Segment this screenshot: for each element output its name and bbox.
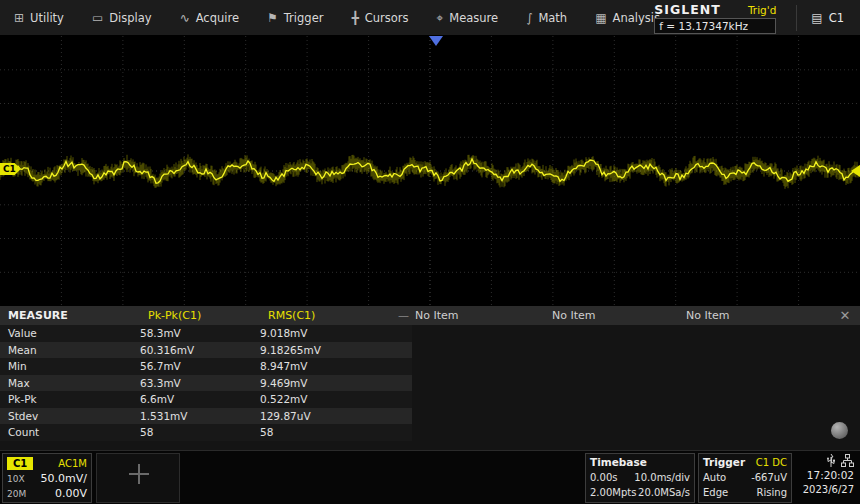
probe-label: 10X (7, 474, 25, 484)
bottombar: C1 AC1M 10X 50.0mV/ 20M 0.00V Timebase 0… (0, 450, 860, 504)
menu-item-cursors[interactable]: ╋ Cursors (337, 0, 422, 36)
bandwidth-label: 20M (7, 489, 26, 499)
measure-title: MEASURE (8, 306, 68, 325)
clock-date: 2023/6/27 (796, 483, 854, 497)
channel1-trace (0, 36, 860, 306)
timebase-scale: 10.0ms/div (634, 470, 690, 485)
trigger-slope: Rising (757, 485, 787, 500)
stat-value: 58.3mV (140, 325, 260, 342)
measure-column-empty-3[interactable]: No Item (686, 306, 730, 325)
menu-item-label: Trigger (284, 11, 324, 25)
trigger-flag-icon: ⚑ (267, 12, 278, 24)
stat-label: Value (0, 325, 140, 342)
measure-column-empty-2[interactable]: No Item (552, 306, 596, 325)
brand-block: SIGLENT Trig'd f = 13.17347kHz (654, 2, 776, 34)
menu-item-utility[interactable]: ⊞ Utility (0, 0, 78, 36)
menu-item-acquire[interactable]: ∿ Acquire (166, 0, 253, 36)
memory-depth: 2.00Mpts (590, 485, 636, 500)
timebase-delay: 0.00s (590, 470, 617, 485)
clock-time: 17:20:02 (796, 467, 854, 483)
menubar-right: SIGLENT Trig'd f = 13.17347kHz ▤ C1 (654, 0, 860, 36)
table-row: Min 56.7mV 8.947mV (0, 358, 412, 375)
stat-value: 9.18265mV (260, 342, 410, 359)
frequency-counter: f = 13.17347kHz (654, 18, 776, 34)
stat-label: Pk-Pk (0, 391, 140, 408)
waveform-display[interactable]: C1 (0, 36, 860, 306)
measure-header: MEASURE Pk-Pk(C1) RMS(C1) — No Item No I… (0, 306, 860, 325)
menu-item-label: Utility (30, 11, 64, 25)
menu-item-label: Cursors (365, 11, 409, 25)
plus-icon (129, 464, 149, 484)
measure-column-rms[interactable]: RMS(C1) (268, 306, 315, 325)
stat-value: 63.3mV (140, 375, 260, 392)
measure-column-pkpk[interactable]: Pk-Pk(C1) (148, 306, 201, 325)
trigger-status-badge: Trig'd (748, 4, 776, 16)
stat-value: 8.947mV (260, 358, 410, 375)
brand-logo: SIGLENT (654, 2, 720, 17)
table-row: Stdev 1.531mV 129.87uV (0, 408, 412, 425)
dash-icon: — (398, 306, 409, 325)
menubar: ⊞ Utility ▭ Display ∿ Acquire ⚑ Trigger … (0, 0, 860, 36)
stat-label: Max (0, 375, 140, 392)
measure-column-empty-1[interactable]: — No Item (398, 306, 459, 325)
system-status: 17:20:02 2023/6/27 (796, 453, 858, 503)
stat-value: 58 (140, 424, 260, 441)
stat-value: 58 (260, 424, 410, 441)
stat-value: 6.6mV (140, 391, 260, 408)
cursors-icon: ╋ (351, 12, 358, 24)
stat-label: Count (0, 424, 140, 441)
trigger-source: C1 DC (756, 455, 787, 470)
menu-item-label: Math (538, 11, 567, 25)
menu-item-label: Measure (449, 11, 498, 25)
sample-rate: 20.0MSa/s (638, 485, 690, 500)
menu-item-display[interactable]: ▭ Display (78, 0, 166, 36)
menu-item-label: Acquire (196, 11, 239, 25)
usb-icon (826, 454, 836, 467)
trigger-level-marker[interactable] (851, 165, 860, 177)
stat-value: 9.469mV (260, 375, 410, 392)
menu-item-label: Analysis (613, 11, 660, 25)
assistive-ball[interactable] (831, 422, 848, 439)
stat-label: Stdev (0, 408, 140, 425)
stat-value: 129.87uV (260, 408, 410, 425)
no-item-label: No Item (552, 306, 596, 325)
menu-item-label: Display (109, 11, 151, 25)
channel-list-icon: ▤ (811, 11, 822, 25)
network-icon (841, 454, 854, 467)
measure-table: Value 58.3mV 9.018mV Mean 60.316mV 9.182… (0, 325, 412, 441)
vertical-offset: 0.00V (55, 487, 87, 500)
stat-value: 9.018mV (260, 325, 410, 342)
stat-value: 60.316mV (140, 342, 260, 359)
utility-icon: ⊞ (14, 12, 24, 24)
close-measure-button[interactable]: ✕ (836, 306, 854, 325)
timebase-box[interactable]: Timebase 0.00s 10.0ms/div 2.00Mpts 20.0M… (585, 453, 695, 503)
menu-item-measure[interactable]: ⌖ Measure (422, 0, 512, 36)
trigger-box[interactable]: Trigger C1 DC Auto -667uV Edge Rising (698, 453, 792, 503)
menu-item-trigger[interactable]: ⚑ Trigger (253, 0, 337, 36)
coupling-label: AC1M (58, 458, 87, 469)
stat-label: Min (0, 358, 140, 375)
channel-selector[interactable]: ▤ C1 (807, 11, 860, 25)
channel1-info-box[interactable]: C1 AC1M 10X 50.0mV/ 20M 0.00V (2, 453, 92, 503)
acquire-icon: ∿ (180, 12, 190, 24)
channel1-chip: C1 (7, 457, 33, 470)
trigger-mode: Auto (703, 470, 726, 485)
add-channel-button[interactable] (96, 453, 180, 503)
menu-item-math[interactable]: ∫ Math (512, 0, 581, 36)
analysis-icon: ▦ (595, 12, 606, 24)
trigger-title: Trigger (703, 455, 745, 470)
stat-value: 0.522mV (260, 391, 410, 408)
vertical-scale: 50.0mV/ (41, 472, 87, 485)
frequency-value: f = 13.17347kHz (659, 20, 748, 32)
timebase-title: Timebase (590, 455, 647, 470)
menubar-divider (796, 5, 797, 31)
table-row: Pk-Pk 6.6mV 0.522mV (0, 391, 412, 408)
trigger-type: Edge (703, 485, 728, 500)
measure-panel: MEASURE Pk-Pk(C1) RMS(C1) — No Item No I… (0, 306, 860, 450)
measure-icon: ⌖ (436, 12, 443, 24)
table-row: Max 63.3mV 9.469mV (0, 375, 412, 392)
trigger-position-marker[interactable] (429, 36, 443, 46)
table-row: Value 58.3mV 9.018mV (0, 325, 412, 342)
table-row: Count 58 58 (0, 424, 412, 441)
oscilloscope-screen: ⊞ Utility ▭ Display ∿ Acquire ⚑ Trigger … (0, 0, 860, 504)
